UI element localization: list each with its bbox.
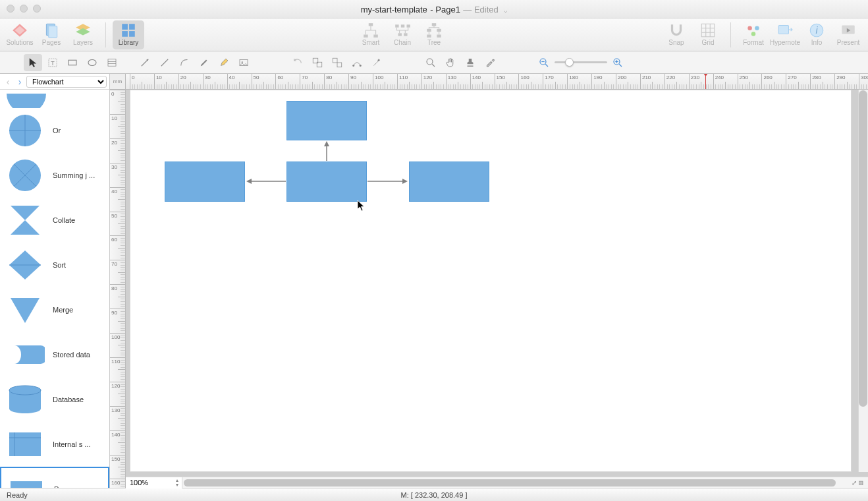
format-button[interactable]: Format bbox=[738, 20, 769, 49]
rect-tool[interactable] bbox=[63, 54, 82, 71]
main-toolbar: Solutions Pages Layers Library Smart Cha… bbox=[0, 18, 868, 51]
shape-stored-data[interactable]: Stored data bbox=[0, 332, 109, 377]
svg-line-51 bbox=[432, 64, 435, 67]
snap-button[interactable]: Snap bbox=[661, 20, 692, 49]
select-tool[interactable] bbox=[24, 54, 42, 71]
doc-status: Edited bbox=[474, 5, 499, 15]
grid-button[interactable]: Grid bbox=[692, 20, 724, 49]
chevron-down-icon[interactable]: ⌵ bbox=[504, 7, 507, 14]
line-tool[interactable] bbox=[136, 54, 154, 71]
format-icon bbox=[745, 22, 762, 38]
zoom-stepper[interactable]: ▴▾ bbox=[173, 478, 182, 487]
pen-tool[interactable] bbox=[195, 54, 213, 71]
scroll-corner-icons[interactable]: ⤢ ⊞ bbox=[847, 479, 868, 486]
ellipse-tool[interactable] bbox=[83, 54, 101, 71]
group-tool[interactable] bbox=[308, 54, 327, 71]
shape-collate[interactable]: Collate bbox=[0, 198, 109, 243]
pan-tool[interactable] bbox=[441, 54, 460, 71]
zoom-slider[interactable] bbox=[555, 61, 607, 63]
curve-tool[interactable] bbox=[175, 54, 194, 71]
wand-tool[interactable] bbox=[367, 54, 386, 71]
hypernote-button[interactable]: Hypernote bbox=[769, 20, 801, 49]
shape-sort[interactable]: Sort bbox=[0, 243, 109, 287]
shape-process[interactable]: Process bbox=[0, 467, 109, 488]
zoom-out-tool[interactable] bbox=[535, 54, 553, 71]
zoom-in-tool[interactable] bbox=[609, 54, 627, 71]
layers-icon bbox=[74, 22, 92, 38]
zoom-slider-thumb[interactable] bbox=[565, 58, 574, 67]
pages-icon bbox=[43, 22, 60, 38]
svg-rect-47 bbox=[337, 63, 342, 67]
connector-tool[interactable] bbox=[348, 54, 366, 71]
svg-rect-15 bbox=[407, 24, 410, 27]
chain-button[interactable]: Chain bbox=[387, 20, 418, 49]
process-icon bbox=[5, 471, 47, 488]
library-forward-button[interactable]: › bbox=[14, 76, 25, 87]
tree-button[interactable]: Tree bbox=[418, 20, 450, 49]
connector-arrow[interactable] bbox=[323, 137, 331, 165]
vertical-scroll-thumb[interactable] bbox=[859, 90, 867, 407]
svg-rect-26 bbox=[778, 25, 788, 34]
layers-button[interactable]: Layers bbox=[67, 20, 99, 49]
svg-rect-19 bbox=[427, 28, 431, 31]
shape-internal-storage[interactable]: Internal s ... bbox=[0, 422, 109, 467]
zoom-window-button[interactable] bbox=[33, 5, 41, 13]
horizontal-scroll-thumb[interactable] bbox=[184, 479, 836, 486]
hypernote-icon bbox=[776, 22, 794, 38]
svg-rect-34 bbox=[68, 60, 76, 65]
connector-arrow[interactable] bbox=[242, 177, 290, 185]
image-tool[interactable] bbox=[234, 54, 253, 71]
svg-marker-31 bbox=[30, 58, 37, 67]
solutions-button[interactable]: Solutions bbox=[4, 20, 36, 49]
vertical-scrollbar[interactable] bbox=[858, 90, 868, 472]
svg-marker-82 bbox=[358, 200, 364, 211]
window-title: my-start-template - Page1 — Edited ⌵ bbox=[361, 3, 508, 15]
svg-rect-20 bbox=[437, 28, 441, 31]
process-box[interactable] bbox=[286, 101, 367, 140]
undo-tool[interactable] bbox=[288, 54, 307, 71]
svg-rect-16 bbox=[398, 33, 402, 36]
canvas-page[interactable] bbox=[130, 90, 852, 472]
zoom-slider-track[interactable] bbox=[555, 61, 607, 63]
shape-database[interactable]: Database bbox=[0, 377, 109, 422]
process-box[interactable] bbox=[286, 162, 367, 202]
shape-summing-junction[interactable]: Summing j ... bbox=[0, 153, 109, 198]
horizontal-ruler[interactable]: 0102030405060708090100110120130140150160… bbox=[126, 74, 868, 90]
zoom-field[interactable]: 100% ▴▾ bbox=[126, 477, 182, 488]
canvas-viewport[interactable]: 100% ▴▾ ⤢ ⊞ bbox=[126, 90, 868, 488]
svg-rect-11 bbox=[364, 34, 368, 37]
info-button[interactable]: i Info bbox=[801, 20, 832, 49]
process-box[interactable] bbox=[409, 162, 489, 202]
svg-line-41 bbox=[161, 59, 169, 66]
close-window-button[interactable] bbox=[7, 5, 14, 13]
search-tool[interactable] bbox=[421, 54, 440, 71]
pages-button[interactable]: Pages bbox=[36, 20, 67, 49]
library-back-button[interactable]: ‹ bbox=[3, 76, 13, 87]
minimize-window-button[interactable] bbox=[20, 5, 28, 13]
highlight-tool[interactable] bbox=[215, 54, 233, 71]
svg-marker-77 bbox=[324, 141, 329, 146]
process-box[interactable] bbox=[165, 162, 245, 202]
text-tool[interactable]: T bbox=[43, 54, 62, 71]
ungroup-tool[interactable] bbox=[328, 54, 346, 71]
tree-icon bbox=[425, 22, 443, 38]
horizontal-scrollbar[interactable] bbox=[182, 479, 847, 487]
svg-rect-6 bbox=[122, 24, 128, 30]
shape-or[interactable]: Or bbox=[0, 108, 109, 153]
connector-arrow[interactable] bbox=[364, 177, 412, 185]
svg-rect-9 bbox=[129, 31, 135, 37]
library-select[interactable]: Flowchart bbox=[26, 76, 107, 88]
library-header: ‹ › Flowchart bbox=[0, 74, 109, 90]
eyedrop-tool[interactable] bbox=[481, 54, 499, 71]
vertical-ruler[interactable]: 0102030405060708090100110120130140150160… bbox=[110, 90, 126, 488]
database-icon bbox=[4, 381, 46, 418]
list-tool[interactable] bbox=[103, 54, 121, 71]
svg-rect-72 bbox=[9, 432, 41, 456]
present-button[interactable]: Present bbox=[832, 20, 864, 49]
segment-tool[interactable] bbox=[155, 54, 174, 71]
stamp-tool[interactable] bbox=[461, 54, 479, 71]
shape-merge[interactable]: Merge bbox=[0, 287, 109, 332]
smart-button[interactable]: Smart bbox=[355, 20, 387, 49]
library-button[interactable]: Library bbox=[113, 20, 144, 49]
sort-icon bbox=[4, 247, 46, 283]
